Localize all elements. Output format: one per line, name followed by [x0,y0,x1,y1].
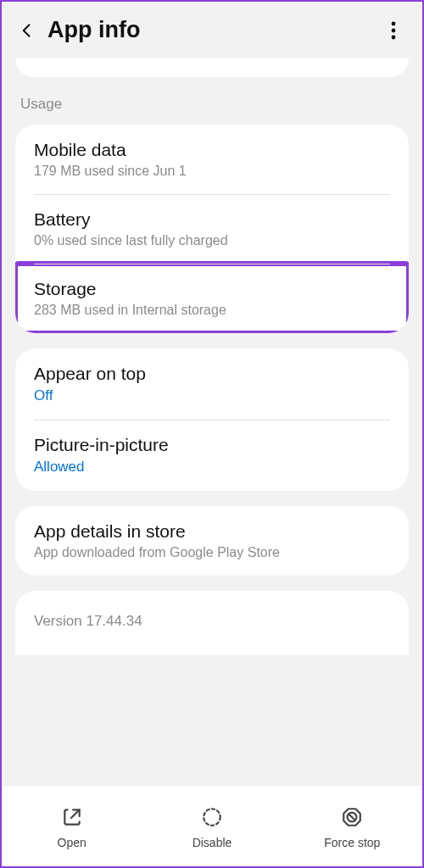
row-sub: App downloaded from Google Play Store [34,545,390,560]
row-sub: 283 MB used in Internal storage [34,303,390,318]
row-title: Picture-in-picture [34,435,390,455]
page-title: App info [47,17,382,43]
svg-point-3 [204,809,220,826]
previous-card-bottom [15,58,409,77]
disable-button[interactable]: Disable [142,786,282,866]
row-battery[interactable]: Battery 0% used since last fully charged [15,194,409,264]
version-text: Version 17.44.34 [34,613,390,630]
row-storage[interactable]: Storage 283 MB used in Internal storage [15,264,409,333]
disable-icon [198,804,226,831]
row-sub: 0% used since last fully charged [34,233,390,248]
svg-line-6 [349,814,356,821]
more-options-icon[interactable] [382,19,405,42]
row-title: Appear on top [34,364,390,384]
row-title: App details in store [34,521,390,542]
bottom-label: Open [58,836,86,849]
header: App info [2,2,422,58]
svg-point-2 [392,35,396,39]
content-scroll[interactable]: Usage Mobile data 179 MB used since Jun … [2,58,422,785]
section-label-usage: Usage [15,89,409,125]
bottom-label: Disable [192,836,232,849]
force-stop-icon [338,804,365,831]
row-sub: 179 MB used since Jun 1 [34,164,390,179]
row-title: Battery [34,209,390,230]
display-card: Appear on top Off Picture-in-picture All… [15,348,409,491]
svg-point-0 [392,21,396,25]
row-value: Allowed [34,459,390,476]
row-title: Mobile data [34,140,390,160]
row-picture-in-picture[interactable]: Picture-in-picture Allowed [15,420,409,491]
row-appear-on-top[interactable]: Appear on top Off [15,348,409,420]
version-card: Version 17.44.34 [15,591,409,655]
store-card: App details in store App downloaded from… [15,506,409,576]
open-button[interactable]: Open [2,786,142,866]
row-value: Off [34,387,390,404]
usage-card: Mobile data 179 MB used since Jun 1 Batt… [15,125,409,333]
bottom-bar: Open Disable Force stop [2,785,422,866]
open-icon [59,804,86,831]
row-mobile-data[interactable]: Mobile data 179 MB used since Jun 1 [15,125,409,194]
row-title: Storage [34,279,390,299]
force-stop-button[interactable]: Force stop [282,786,422,866]
app-info-screen: App info Usage Mobile data 179 MB used s… [2,2,422,866]
row-app-details-in-store[interactable]: App details in store App downloaded from… [15,506,409,576]
back-icon[interactable] [15,19,39,42]
bottom-label: Force stop [324,836,380,849]
svg-point-1 [392,28,396,32]
